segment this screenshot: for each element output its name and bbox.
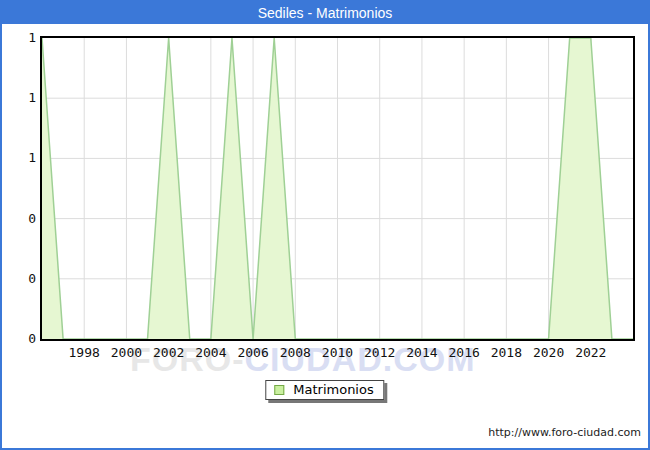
chart-window: Sediles - Matrimonios FORO-CIUDAD.COM 00… [0,0,650,450]
y-tick-label: 1 [2,30,36,45]
plot-area [40,36,635,341]
legend-box: Matrimonios [265,380,384,400]
title-bar: Sediles - Matrimonios [2,2,648,24]
y-tick-label: 0 [2,211,36,226]
legend-swatch-icon [274,385,284,395]
source-url: http://www.foro-ciudad.com [488,426,641,439]
y-tick-label: 1 [2,90,36,105]
y-tick-label: 1 [2,150,36,165]
x-tick-label: 2022 [566,345,616,360]
y-tick-label: 0 [2,271,36,286]
area-chart-svg [42,38,633,339]
y-tick-label: 0 [2,331,36,346]
legend-label: Matrimonios [293,383,373,397]
chart-title: Sediles - Matrimonios [258,5,393,21]
